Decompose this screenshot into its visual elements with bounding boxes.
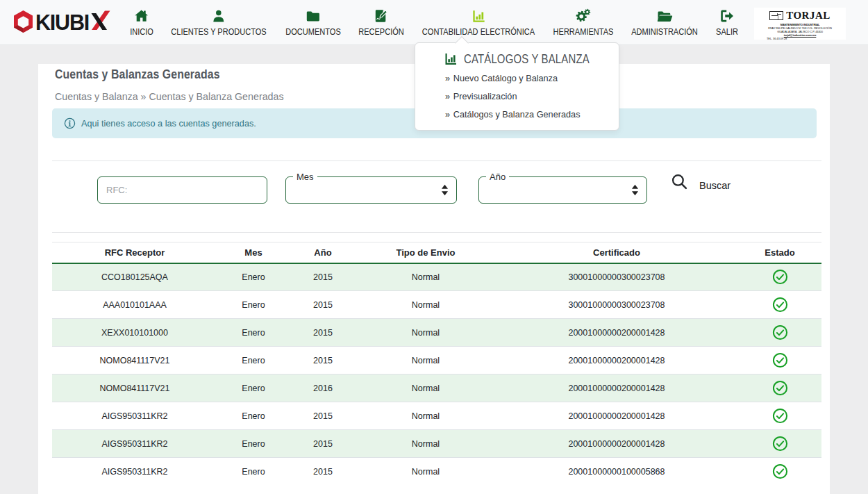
cell-mes: Enero [217, 374, 290, 402]
torjal-name: TORJAL [786, 10, 831, 22]
ano-select[interactable]: Año [478, 176, 647, 204]
bar-chart-icon [471, 8, 485, 24]
torjal-address: MANTENIMIENTO INDUSTRIAL FRAY FELIPE GAL… [758, 23, 842, 40]
select-arrows-icon [631, 183, 639, 197]
cell-rfc-receptor: AIGS950311KR2 [52, 458, 217, 486]
breadcrumb: Cuentas y Balanza » Cuentas y Balanza Ge… [55, 90, 284, 102]
buscar-label: Buscar [699, 180, 731, 191]
nav-label: RECEPCIÓN [358, 27, 404, 37]
cell-ano: 2015 [290, 319, 356, 347]
cell-estado [738, 263, 821, 291]
cell-certificado: 20001000000200001428 [495, 319, 738, 347]
col-header-rfc-receptor: RFC Receptor [52, 242, 217, 263]
cell-estado [738, 458, 821, 486]
rfc-input[interactable] [97, 176, 267, 204]
table-row[interactable]: XEXX010101000 Enero 2015 Normal 20001000… [52, 319, 821, 347]
mes-select[interactable]: Mes [285, 176, 457, 204]
check-circle-icon [772, 463, 788, 479]
cell-tipo-de-envio: Normal [356, 319, 495, 347]
table-row[interactable]: AIGS950311KR2 Enero 2015 Normal 20001000… [52, 458, 821, 486]
table-row[interactable]: NOMO841117V21 Enero 2016 Normal 20001000… [52, 374, 821, 402]
cell-estado [738, 319, 821, 347]
nav-item-administracion[interactable]: ADMINISTRACIÓN [628, 0, 701, 45]
check-circle-icon [772, 297, 788, 313]
col-header-certificado: Certificado [495, 242, 738, 263]
kiubix-hexagon-icon [14, 10, 33, 33]
folder-icon [306, 8, 321, 24]
kiubix-logo[interactable]: KIUBI [14, 9, 118, 35]
nav-label: CONTABILIDAD ELECTRÓNICA [422, 27, 535, 37]
cell-ano: 2015 [290, 347, 356, 374]
menu-item-previsualizacion[interactable]: »Previsualización [445, 91, 517, 103]
nav-item-documentos[interactable]: DOCUMENTOS [283, 0, 343, 45]
select-arrows-icon [441, 183, 449, 197]
nav-item-salir[interactable]: SALIR [715, 0, 740, 45]
cell-certificado: 30001000000300023708 [495, 291, 738, 319]
check-circle-icon [772, 408, 788, 424]
cell-tipo-de-envio: Normal [356, 430, 495, 458]
kiubix-x-letter [92, 11, 110, 31]
gears-icon [575, 8, 592, 24]
cell-ano: 2015 [290, 263, 356, 291]
cell-ano: 2016 [290, 374, 356, 402]
table-row[interactable]: CCO180125AQA Enero 2015 Normal 300010000… [52, 263, 821, 291]
cell-rfc-receptor: NOMO841117V21 [52, 374, 217, 402]
cell-certificado: 20001000000200001428 [495, 347, 738, 374]
ano-select-label: Año [486, 172, 509, 182]
check-circle-icon [772, 436, 788, 452]
menu-item-nuevo-catalogo-y-balanza[interactable]: »Nuevo Catálogo y Balanza [445, 73, 558, 85]
nav-item-recepcion[interactable]: RECEPCIÓN [356, 0, 406, 45]
cell-rfc-receptor: CCO180125AQA [52, 263, 217, 291]
nav-item-inicio[interactable]: INICIO [129, 0, 155, 45]
cell-ano: 2015 [290, 458, 356, 486]
table-row[interactable]: AAA010101AAA Enero 2015 Normal 300010000… [52, 291, 821, 319]
results-table: RFC Receptor Mes Año Tipo de Envio Certi… [52, 242, 821, 486]
cell-ano: 2015 [290, 430, 356, 458]
page-title: Cuentas y Balanzas Generadas [55, 67, 220, 82]
check-circle-icon [772, 352, 788, 368]
nav-item-clientes-y-productos[interactable]: CLIENTES Y PRODUCTOS [167, 0, 270, 45]
divider [52, 232, 821, 233]
cell-certificado: 20001000000100005868 [495, 458, 738, 486]
nav-label: HERRAMIENTAS [553, 27, 614, 37]
cell-tipo-de-envio: Normal [356, 291, 495, 319]
info-alert-text: Aqui tienes acceso a las cuentas generad… [81, 118, 256, 129]
nav-label: ADMINISTRACIÓN [631, 27, 698, 37]
cell-tipo-de-envio: Normal [356, 263, 495, 291]
dropdown-header[interactable]: CATÁLOGOS Y BALANZA [444, 51, 615, 67]
cell-mes: Enero [217, 319, 290, 347]
cell-tipo-de-envio: Normal [356, 374, 495, 402]
cell-certificado: 20001000000200001428 [495, 374, 738, 402]
cell-certificado: 20001000000200001428 [495, 430, 738, 458]
torjal-emblem-icon [769, 11, 783, 20]
col-header-ano: Año [290, 242, 356, 263]
cell-rfc-receptor: AAA010101AAA [52, 291, 217, 319]
nav-item-herramientas[interactable]: HERRAMIENTAS [551, 0, 616, 45]
cell-mes: Enero [217, 402, 290, 430]
cell-mes: Enero [217, 458, 290, 486]
cell-mes: Enero [217, 291, 290, 319]
contabilidad-dropdown-menu: CATÁLOGOS Y BALANZA »Nuevo Catálogo y Ba… [415, 42, 619, 131]
file-edit-icon [374, 8, 389, 24]
col-header-mes: Mes [217, 242, 290, 263]
cell-mes: Enero [217, 347, 290, 374]
top-navbar: KIUBI INICIO CLIENTES Y PRODUCTOS DOCUME… [0, 0, 868, 45]
nav-item-contabilidad-electronica[interactable]: CONTABILIDAD ELECTRÓNICA [417, 0, 540, 45]
torjal-logo[interactable]: TORJAL MANTENIMIENTO INDUSTRIAL FRAY FEL… [754, 8, 846, 40]
mes-select-label: Mes [293, 172, 317, 182]
menu-item-catalogos-y-balanza-generadas[interactable]: »Catálogos y Balanza Generadas [445, 109, 580, 121]
bar-chart-icon [444, 52, 458, 66]
nav-label: DOCUMENTOS [285, 27, 341, 37]
table-row[interactable]: NOMO841117V21 Enero 2015 Normal 20001000… [52, 347, 821, 374]
table-row[interactable]: AIGS950311KR2 Enero 2015 Normal 20001000… [52, 402, 821, 430]
check-circle-icon [772, 324, 788, 340]
cell-estado [738, 374, 821, 402]
cell-mes: Enero [217, 263, 290, 291]
dropdown-title: CATÁLOGOS Y BALANZA [464, 52, 590, 67]
table-row[interactable]: AIGS950311KR2 Enero 2015 Normal 20001000… [52, 430, 821, 458]
cell-rfc-receptor: AIGS950311KR2 [52, 430, 217, 458]
cell-estado [738, 347, 821, 374]
buscar-button[interactable]: Buscar [671, 168, 731, 195]
nav-label: CLIENTES Y PRODUCTOS [171, 27, 266, 37]
cell-rfc-receptor: AIGS950311KR2 [52, 402, 217, 430]
